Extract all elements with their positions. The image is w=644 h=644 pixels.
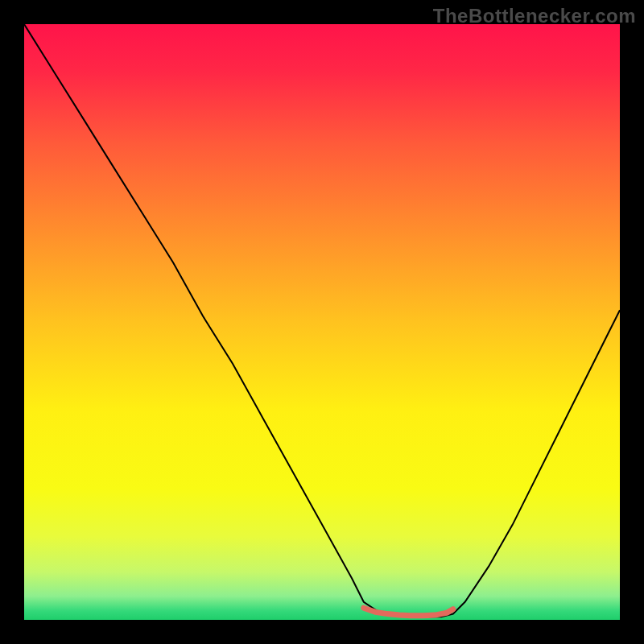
chart-svg bbox=[24, 24, 620, 620]
watermark-text: TheBottlenecker.com bbox=[433, 5, 636, 27]
gradient-rect bbox=[24, 24, 620, 620]
chart-frame bbox=[24, 24, 620, 620]
